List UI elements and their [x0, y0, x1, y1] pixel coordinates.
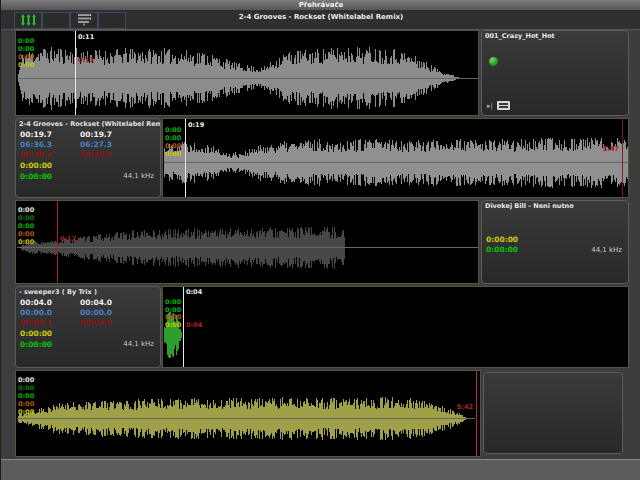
deck1-loaded-track: 001_Crazy_Hot_Hot: [482, 31, 628, 40]
deck2-elapsed-time: 00:19.7 00:19.7: [20, 130, 52, 139]
cue-marker-line[interactable]: [183, 287, 184, 367]
deck4-remaining-time: 00:00.0 00:00.0: [20, 308, 52, 317]
deck3-samplerate: 44,1 kHz: [591, 246, 622, 254]
wave-time-label: 0:00: [165, 150, 181, 158]
cue-marker-line[interactable]: [185, 119, 186, 197]
wave-time-label: 0:00: [165, 126, 181, 134]
deck3-waveform[interactable]: 0:000:000:000:000:000:12: [15, 200, 479, 284]
status-led-icon: [489, 57, 498, 66]
deck3-loaded-track: Divokej Bill - Neni nutno: [482, 201, 628, 210]
wave-time-label: 0:00: [165, 321, 181, 329]
deck2-track-title: 2-4 Grooves - Rockset (Whitelabel Remix): [16, 119, 160, 128]
wave-time-label: 0:00: [18, 206, 34, 214]
cue-marker-label: 0:04: [186, 321, 202, 329]
cue-marker-label: 0:19: [188, 121, 204, 129]
deck4-waveform[interactable]: 0:000:000:000:000:040:04: [162, 286, 629, 368]
current-track-title: 2-4 Grooves - Rockset (Whitelabel Remix): [1, 13, 640, 21]
wave-time-label: 0:00: [18, 238, 34, 246]
deck2-samplerate: 44,1 kHz: [123, 172, 154, 180]
deck1-side-panel: 001_Crazy_Hot_Hot ▸|: [481, 30, 629, 116]
wave-time-label: 0:00: [18, 384, 34, 392]
wave-time-label: 0:00: [165, 134, 181, 142]
cue-marker-line[interactable]: [57, 201, 58, 283]
player-window: Přehrávače: [0, 0, 640, 480]
deck5-waveform[interactable]: 0:000:000:000:000:005:42: [15, 370, 481, 457]
deck3-green-counter: 0:00:00: [486, 245, 518, 254]
cue-marker-line[interactable]: [476, 371, 477, 456]
deck2-remaining-time: 06:36.3 06:27.3: [20, 140, 52, 149]
cue-marker-label: 0:11: [78, 56, 94, 64]
deck5-side-panel: [483, 372, 623, 454]
deck2-yellow-counter: 0:00:00: [20, 161, 52, 170]
cue-marker-label: 0:12: [60, 235, 76, 243]
cue-marker-line[interactable]: [622, 119, 623, 197]
wave-time-label: 0:00: [165, 142, 181, 150]
deck4-info-panel: - sweeper3 ( By Trix ) 00:04.0 00:04.0 0…: [15, 286, 161, 368]
wave-time-label: 0:00: [18, 222, 34, 230]
wave-time-label: 0:00: [18, 45, 34, 53]
cue-marker-label: 5:47: [603, 145, 619, 153]
deck2-green-counter: 0:00:00: [20, 172, 52, 181]
toolbar: 2-4 Grooves - Rockset (Whitelabel Remix): [1, 11, 640, 30]
deck4-yellow-counter: 0:00:00: [20, 329, 52, 338]
deck3-yellow-counter: 0:00:00: [486, 235, 518, 244]
skip-to-end-icon[interactable]: ▸|: [487, 102, 493, 110]
deck2-waveform[interactable]: 0:000:000:000:000:195:47: [162, 118, 629, 198]
wave-time-label: 0:00: [18, 392, 34, 400]
window-title: Přehrávače: [299, 1, 344, 9]
deck3-side-panel: Divokej Bill - Neni nutno 0:00:00 0:00:0…: [481, 200, 629, 284]
window-titlebar[interactable]: Přehrávače: [1, 0, 640, 11]
deck4-elapsed-time: 00:04.0 00:04.0: [20, 298, 52, 307]
wave-time-label: 0:00: [18, 376, 34, 384]
cue-marker-line[interactable]: [75, 31, 76, 115]
deck1-waveform[interactable]: 0:000:000:000:000:110:11: [15, 30, 479, 116]
wave-time-label: 0:00: [18, 400, 34, 408]
deck4-track-title: - sweeper3 ( By Trix ): [16, 287, 160, 296]
wave-time-label: 0:00: [18, 230, 34, 238]
wave-time-label: 0:00: [18, 214, 34, 222]
deck2-cue-time: 00:30.4 00:30.4: [20, 150, 52, 159]
cue-marker-label: 0:11: [78, 33, 94, 41]
deck4-green-counter: 0:00:00: [20, 340, 52, 349]
deck4-cue-time: 00:04.1 00:04.0: [20, 318, 52, 327]
wave-time-label: 0:00: [18, 61, 34, 69]
cue-marker-label: 0:04: [186, 288, 202, 296]
wave-time-label: 0:00: [18, 408, 34, 416]
bottom-status-bar: [1, 459, 640, 480]
cue-marker-label: 5:42: [457, 403, 473, 411]
deck2-info-panel: 2-4 Grooves - Rockset (Whitelabel Remix)…: [15, 118, 161, 198]
playlist-small-icon[interactable]: [497, 101, 510, 110]
deck4-samplerate: 44,1 kHz: [123, 340, 154, 348]
wave-time-label: 0:00: [18, 53, 34, 61]
wave-time-label: 0:00: [18, 37, 34, 45]
